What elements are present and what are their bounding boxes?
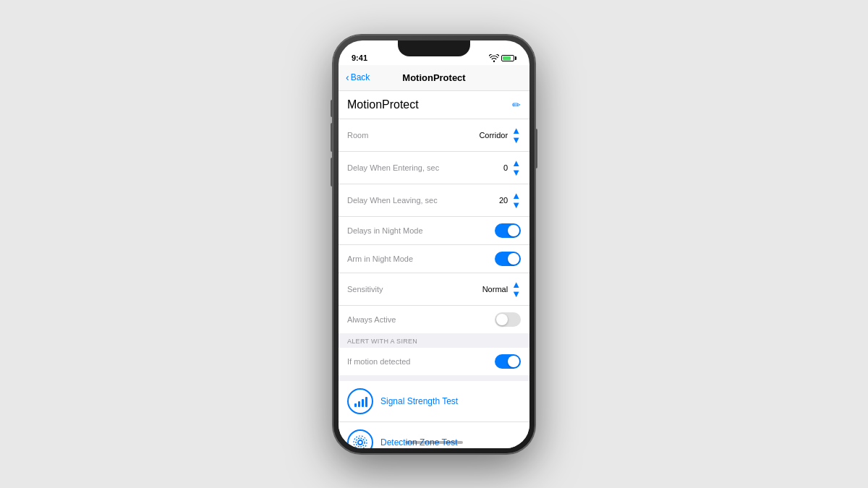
toggle-knob [508, 356, 519, 367]
edit-icon[interactable]: ✏ [512, 99, 521, 111]
svg-rect-1 [358, 401, 360, 407]
toggle-knob [508, 253, 519, 265]
alert-header-text: Alert with a Siren [347, 338, 417, 345]
svg-rect-2 [362, 399, 364, 407]
toggle-knob [508, 225, 519, 236]
delay-leaving-label: Delay When Leaving, sec [347, 196, 438, 205]
signal-strength-label: Signal Strength Test [380, 396, 458, 406]
signal-icon-circle [347, 388, 373, 414]
home-indicator [405, 441, 463, 444]
svg-point-5 [356, 438, 365, 447]
arm-night-toggle[interactable] [495, 252, 521, 266]
if-motion-label: If motion detected [347, 357, 410, 366]
battery-icon [501, 55, 516, 61]
room-label: Room [347, 131, 368, 140]
status-icons [489, 54, 516, 62]
detection-icon [353, 435, 367, 448]
room-value[interactable]: Corridor ▲ ▼ [479, 126, 521, 145]
chevron-left-icon: ‹ [346, 72, 349, 83]
wifi-icon [489, 54, 499, 62]
sensitivity-text: Normal [482, 285, 508, 294]
detection-zone-row[interactable]: Detection Zone Test [339, 422, 529, 448]
nav-title: MotionProtect [402, 72, 465, 83]
toggle-knob [496, 314, 508, 325]
back-button[interactable]: ‹ Back [346, 72, 370, 83]
alert-section-header: Alert with a Siren [339, 333, 529, 348]
phone-frame: 9:41 ‹ [333, 35, 535, 454]
delay-entering-text: 0 [503, 163, 508, 172]
svg-rect-0 [354, 403, 357, 407]
settings-section: Room Corridor ▲ ▼ Delay When Entering, s… [339, 119, 529, 333]
delay-leaving-value[interactable]: 20 ▲ ▼ [499, 191, 521, 210]
volume-up-button [331, 123, 333, 152]
detection-icon-circle [347, 429, 373, 448]
delays-night-row: Delays in Night Mode [339, 217, 529, 245]
power-button [535, 129, 537, 168]
arm-night-label: Arm in Night Mode [347, 254, 413, 263]
notch [398, 40, 470, 56]
delay-entering-value[interactable]: 0 ▲ ▼ [503, 158, 521, 177]
room-row: Room Corridor ▲ ▼ [339, 119, 529, 152]
phone-screen: 9:41 ‹ [339, 40, 529, 448]
if-motion-row: If motion detected [339, 348, 529, 375]
status-time: 9:41 [352, 53, 367, 62]
back-label: Back [351, 72, 370, 82]
room-text: Corridor [479, 131, 508, 140]
device-name-row: MotionProtect ✏ [339, 91, 529, 119]
delays-night-toggle[interactable] [495, 223, 521, 238]
sensitivity-stepper[interactable]: ▲ ▼ [511, 280, 521, 299]
delay-entering-row: Delay When Entering, sec 0 ▲ ▼ [339, 152, 529, 184]
always-active-label: Always Active [347, 315, 396, 324]
sensitivity-value[interactable]: Normal ▲ ▼ [482, 280, 521, 299]
delays-night-label: Delays in Night Mode [347, 226, 423, 235]
volume-down-button [331, 158, 333, 187]
delay-entering-label: Delay When Entering, sec [347, 163, 439, 172]
if-motion-toggle[interactable] [495, 354, 521, 369]
spacer [339, 375, 529, 381]
actions-section: Signal Strength Test Detection Zone Test [339, 381, 529, 448]
signal-icon [353, 394, 367, 408]
nav-bar: ‹ Back MotionProtect [339, 65, 529, 91]
delay-leaving-stepper[interactable]: ▲ ▼ [511, 191, 521, 210]
sensitivity-row: Sensitivity Normal ▲ ▼ [339, 273, 529, 306]
device-name: MotionProtect [347, 98, 419, 111]
delay-entering-stepper[interactable]: ▲ ▼ [511, 158, 521, 177]
alert-section: If motion detected [339, 348, 529, 375]
sensitivity-label: Sensitivity [347, 285, 383, 294]
always-active-row: Always Active [339, 306, 529, 333]
svg-rect-3 [365, 397, 367, 407]
mute-button [331, 100, 333, 117]
delay-leaving-text: 20 [499, 196, 508, 205]
signal-strength-row[interactable]: Signal Strength Test [339, 381, 529, 422]
always-active-toggle[interactable] [495, 312, 521, 327]
delay-leaving-row: Delay When Leaving, sec 20 ▲ ▼ [339, 184, 529, 217]
svg-point-4 [358, 440, 362, 445]
room-stepper[interactable]: ▲ ▼ [511, 126, 521, 145]
scroll-content: MotionProtect ✏ Room Corridor ▲ ▼ [339, 91, 529, 448]
arm-night-row: Arm in Night Mode [339, 245, 529, 273]
